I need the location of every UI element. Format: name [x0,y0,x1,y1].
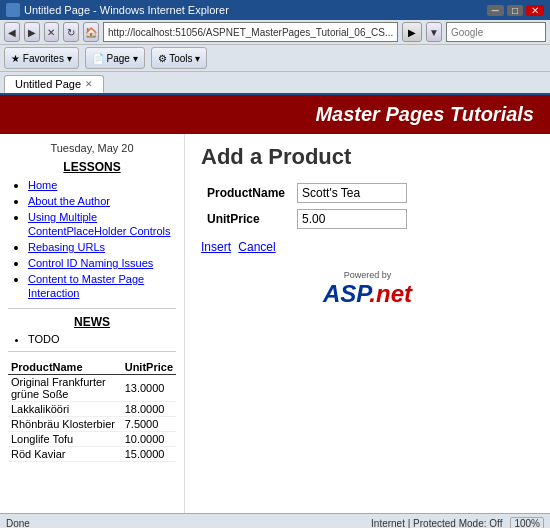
stop-button[interactable]: ✕ [44,22,60,42]
news-item-todo: TODO [28,333,176,345]
sidebar-news: TODO [8,333,176,345]
cell-unitprice: 15.0000 [122,447,176,462]
refresh-button[interactable]: ↻ [63,22,79,42]
home-button[interactable]: 🏠 [83,22,99,42]
col-productname: ProductName [8,360,122,375]
aspnet-logo: Powered by ASP.net [201,270,534,308]
lessons-title: LESSONS [8,160,176,174]
page-body: Master Pages Tutorials Tuesday, May 20 L… [0,95,550,513]
command-toolbar: ★ Favorites ▾ 📄 Page ▾ ⚙ Tools ▾ [0,45,550,72]
dropdown-btn[interactable]: ▼ [426,22,442,42]
sidebar-date: Tuesday, May 20 [8,142,176,154]
tab-bar: Untitled Page ✕ [0,72,550,95]
address-bar[interactable]: http://localhost:51056/ASPNET_MasterPage… [103,22,398,42]
address-text: http://localhost:51056/ASPNET_MasterPage… [108,27,393,38]
tab-close-icon[interactable]: ✕ [85,79,93,89]
window-title: Untitled Page - Windows Internet Explore… [24,4,229,16]
unitprice-input[interactable] [297,209,407,229]
nav-rebasing[interactable]: Rebasing URLs [28,241,105,253]
status-right: Internet | Protected Mode: Off 100% [371,517,544,528]
productname-input[interactable] [297,183,407,203]
cell-productname: Longlife Tofu [8,432,122,447]
cell-unitprice: 7.5000 [122,417,176,432]
sidebar: Tuesday, May 20 LESSONS Home About the A… [0,134,185,513]
tab-untitled[interactable]: Untitled Page ✕ [4,75,104,93]
cell-unitprice: 18.0000 [122,402,176,417]
news-title: NEWS [8,315,176,329]
powered-by-text: Powered by [201,270,534,280]
cell-productname: Röd Kaviar [8,447,122,462]
nav-content-interaction[interactable]: Content to Master Page Interaction [28,273,144,299]
site-header: Master Pages Tutorials [0,95,550,134]
status-bar: Done Internet | Protected Mode: Off 100% [0,513,550,528]
main-content: Add a Product ProductName UnitPrice Inse… [185,134,550,513]
cell-productname: Lakkalikööri [8,402,122,417]
sidebar-divider [8,308,176,309]
close-btn[interactable]: ✕ [526,5,544,16]
protected-mode-text: Internet | Protected Mode: Off [371,518,502,528]
unitprice-label: UnitPrice [201,206,291,232]
table-row: Lakkalikööri18.0000 [8,402,176,417]
cell-unitprice: 10.0000 [122,432,176,447]
go-button[interactable]: ▶ [402,22,422,42]
zoom-indicator[interactable]: 100% [510,517,544,528]
form-actions: Insert Cancel [201,240,534,254]
add-product-form: ProductName UnitPrice [201,180,413,232]
cell-productname: Original Frankfurter grüne Soße [8,375,122,402]
search-input[interactable] [446,22,546,42]
browser-icon [6,3,20,17]
site-title: Master Pages Tutorials [315,103,534,125]
forward-button[interactable]: ▶ [24,22,40,42]
tab-label: Untitled Page [15,78,81,90]
page-title: Add a Product [201,144,534,170]
nav-toolbar: ◀ ▶ ✕ ↻ 🏠 http://localhost:51056/ASPNET_… [0,20,550,45]
nav-about[interactable]: About the Author [28,195,110,207]
title-bar: Untitled Page - Windows Internet Explore… [0,0,550,20]
cell-productname: Rhönbräu Klosterbier [8,417,122,432]
insert-link[interactable]: Insert [201,240,231,254]
cell-unitprice: 13.0000 [122,375,176,402]
nav-multiple-contentplaceholder[interactable]: Using Multiple ContentPlaceHolder Contro… [28,211,170,237]
back-button[interactable]: ◀ [4,22,20,42]
col-unitprice: UnitPrice [122,360,176,375]
content-area: Tuesday, May 20 LESSONS Home About the A… [0,134,550,513]
table-row: Original Frankfurter grüne Soße13.0000 [8,375,176,402]
tools-button[interactable]: ⚙ Tools ▾ [151,47,208,69]
sidebar-nav: Home About the Author Using Multiple Con… [8,178,176,300]
sidebar-divider2 [8,351,176,352]
maximize-btn[interactable]: □ [507,5,523,16]
table-row: Rhönbräu Klosterbier7.5000 [8,417,176,432]
nav-home[interactable]: Home [28,179,57,191]
status-left: Done [6,518,30,528]
nav-control-id[interactable]: Control ID Naming Issues [28,257,153,269]
product-table: ProductName UnitPrice Original Frankfurt… [8,360,176,462]
aspnet-brand: ASP.net [201,280,534,308]
minimize-btn[interactable]: ─ [487,5,504,16]
productname-label: ProductName [201,180,291,206]
favorites-button[interactable]: ★ Favorites ▾ [4,47,79,69]
table-row: Röd Kaviar15.0000 [8,447,176,462]
aspnet-asp: ASP [323,280,369,307]
aspnet-net: .net [369,280,412,307]
page-button[interactable]: 📄 Page ▾ [85,47,145,69]
cancel-link[interactable]: Cancel [238,240,275,254]
table-row: Longlife Tofu10.0000 [8,432,176,447]
